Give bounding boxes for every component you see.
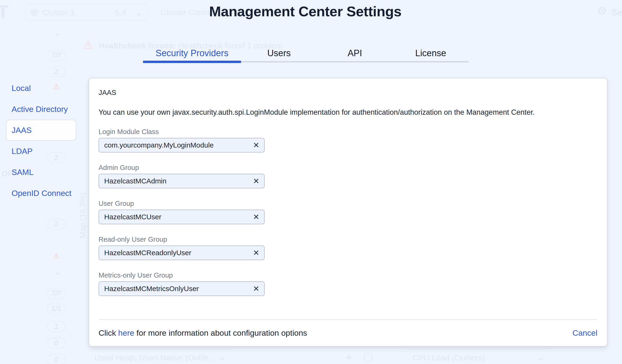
- panel-footer: Click here for more information about co…: [98, 328, 597, 338]
- sidebar-item-ldap[interactable]: LDAP: [6, 141, 76, 162]
- field-login-module-class: Login Module Class ✕: [98, 127, 265, 152]
- jaas-settings-panel: JAAS You can use your own javax.security…: [89, 78, 607, 346]
- rail-badge: 1: [47, 321, 65, 332]
- login-module-class-input[interactable]: [98, 138, 265, 152]
- warning-icon: ⚠: [83, 39, 93, 52]
- chart-divider: [405, 349, 548, 349]
- chart-title-left: Used Heap, Used Native (Outlie...: [95, 353, 215, 362]
- security-provider-nav: Local Active Directory JAAS LDAP SAML Op…: [6, 78, 76, 204]
- rail-badge: 0: [47, 338, 65, 349]
- rail-badge: 1/1: [47, 303, 65, 314]
- footer-help-text: Click here for more information about co…: [98, 328, 307, 338]
- field-metrics-only-user-group: Metrics-only User Group ✕: [98, 271, 265, 296]
- map-percentage-label: Map (16.9%): [78, 192, 87, 238]
- sidebar-item-active-directory[interactable]: Active Directory: [6, 99, 76, 120]
- chevron-down-icon: ⌄: [536, 351, 545, 363]
- page-title: Management Center Settings: [0, 3, 611, 19]
- sidebar-item-saml[interactable]: SAML: [6, 162, 76, 183]
- tab-security-providers[interactable]: Security Providers: [143, 45, 241, 61]
- plus-icon: +: [346, 351, 352, 364]
- cancel-button[interactable]: Cancel: [572, 328, 597, 338]
- rail-badge: 7/7: [47, 288, 65, 299]
- here-link[interactable]: here: [118, 328, 134, 337]
- management-center-settings-screen: T Cluster-1 5.4 ⌄ Cluster Connections ⊕ …: [0, 0, 622, 364]
- field-label: Metrics-only User Group: [98, 271, 265, 279]
- clear-icon[interactable]: ✕: [250, 281, 262, 296]
- clear-icon[interactable]: ✕: [250, 245, 262, 260]
- clear-icon[interactable]: ✕: [250, 210, 262, 224]
- sidebar-item-local[interactable]: Local: [6, 78, 76, 99]
- tab-api[interactable]: API: [317, 45, 393, 61]
- metrics-only-user-group-input[interactable]: [98, 281, 265, 296]
- warning-icon: ⚠: [47, 251, 65, 260]
- tab-license[interactable]: License: [393, 45, 469, 61]
- panel-description: You can use your own javax.security.auth…: [98, 108, 597, 117]
- readonly-user-group-input[interactable]: [98, 245, 265, 260]
- sidebar-item-jaas[interactable]: JAAS: [6, 120, 76, 141]
- rail-badge: 0: [47, 354, 65, 364]
- expand-icon: [364, 354, 372, 362]
- field-label: User Group: [98, 199, 265, 208]
- settings-label: Set: [611, 7, 622, 18]
- settings-tab-bar: Security Providers Users API License: [143, 45, 469, 62]
- admin-group-input[interactable]: [98, 174, 265, 188]
- field-admin-group: Admin Group ✕: [98, 163, 265, 188]
- rail-badge: 2: [47, 219, 65, 230]
- chevron-down-icon: ⌄: [217, 351, 226, 363]
- rail-badge: 2: [47, 66, 65, 77]
- tab-users[interactable]: Users: [241, 45, 317, 61]
- chevron-up-icon: ⌃: [47, 271, 65, 280]
- clear-icon[interactable]: ✕: [250, 174, 262, 188]
- panel-heading: JAAS: [98, 88, 597, 97]
- field-label: Login Module Class: [98, 127, 265, 136]
- field-readonly-user-group: Read-only User Group ✕: [98, 235, 265, 260]
- chevron-up-icon: ⌃: [47, 32, 65, 41]
- chart-divider: [92, 349, 234, 349]
- rail-badge: 7/7: [47, 50, 65, 61]
- field-label: Admin Group: [98, 163, 265, 172]
- chart-title-right: CPU Load (Outliers): [413, 353, 485, 362]
- clear-icon[interactable]: ✕: [250, 138, 262, 152]
- user-group-input[interactable]: [98, 210, 265, 224]
- sidebar-item-openid-connect[interactable]: OpenID Connect: [6, 183, 76, 204]
- field-user-group: User Group ✕: [98, 199, 265, 224]
- footer-divider: [98, 319, 597, 320]
- field-label: Read-only User Group: [98, 235, 265, 244]
